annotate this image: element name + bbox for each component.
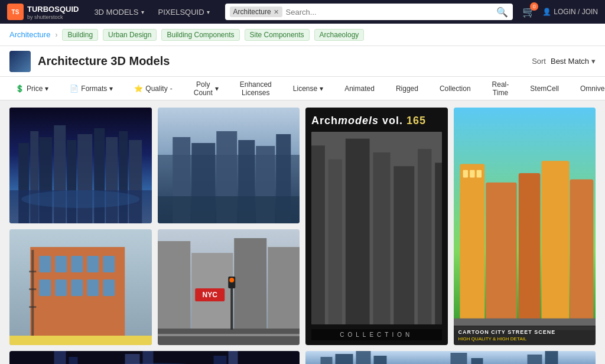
filter-bar: 💲 Price ▾ 📄 Formats ▾ ⭐ Quality - Poly C…: [0, 77, 605, 100]
breadcrumb-separator: ›: [55, 31, 57, 39]
svg-text:NYC: NYC: [202, 291, 217, 299]
filter-rigged[interactable]: Rigged: [390, 82, 424, 95]
svg-rect-46: [87, 256, 99, 272]
svg-rect-44: [55, 256, 67, 272]
filter-license[interactable]: License ▾: [287, 82, 329, 95]
svg-rect-80: [336, 354, 353, 364]
svg-rect-72: [54, 351, 66, 364]
polycount-chevron-icon: ▾: [215, 84, 219, 93]
page-header: Architecture 3D Models Sort Best Match ▾: [0, 46, 605, 77]
chevron-down-icon: ▾: [141, 9, 144, 15]
search-input[interactable]: [286, 8, 493, 17]
svg-rect-79: [321, 357, 333, 364]
svg-rect-66: [158, 334, 300, 336]
top-navigation: TS TURBOSQUID by shutterstock 3D MODELS …: [0, 0, 605, 24]
svg-rect-32: [463, 170, 467, 178]
svg-rect-31: [460, 164, 484, 345]
cartoon-city-quality: HIGH QUALITY & HIGH DETAIL: [458, 336, 591, 342]
filter-real-time[interactable]: Real-Time: [486, 78, 515, 99]
svg-rect-50: [71, 280, 83, 296]
svg-rect-28: [418, 149, 431, 324]
svg-rect-73: [69, 357, 78, 364]
filter-price[interactable]: 💲 Price ▾: [9, 82, 54, 95]
svg-rect-23: [311, 145, 325, 324]
search-tag[interactable]: Architecture ✕: [230, 6, 282, 17]
nav-3d-models[interactable]: 3D MODELS ▾: [88, 5, 149, 19]
svg-rect-25: [346, 139, 370, 324]
model-card-downtown-city[interactable]: [158, 108, 300, 223]
logo[interactable]: TS TURBOSQUID by shutterstock: [7, 4, 79, 20]
quality-chevron-icon: -: [170, 84, 173, 93]
model-card-manhattan-partial[interactable]: [305, 351, 596, 364]
formats-chevron-icon: ▾: [109, 84, 113, 93]
logo-text-group: TURBOSQUID by shutterstock: [27, 4, 79, 20]
svg-rect-53: [9, 336, 152, 345]
filter-omniverse[interactable]: Omniverse: [574, 82, 605, 95]
svg-point-69: [229, 278, 234, 282]
filter-formats[interactable]: 📄 Formats ▾: [64, 82, 119, 95]
breadcrumb-tag-site-components[interactable]: Site Components: [245, 29, 310, 41]
logo-sub: by shutterstock: [27, 14, 79, 20]
model-card-futuristic-city[interactable]: [9, 108, 152, 223]
svg-rect-70: [9, 351, 300, 364]
filter-quality[interactable]: ⭐ Quality -: [128, 82, 178, 95]
model-grid-row3: [9, 351, 596, 364]
filter-poly-count[interactable]: Poly Count ▾: [188, 78, 225, 99]
svg-rect-26: [373, 152, 390, 324]
breadcrumb-tag-archaeology[interactable]: Archaeology: [314, 29, 365, 41]
nav-right: 🛒 0 👤 LOGIN / JOIN: [522, 5, 598, 18]
model-card-cartoon-city[interactable]: CARTOON CITY STREET SCENE HIGH QUALITY &…: [454, 108, 596, 345]
chevron-down-icon: ▾: [207, 9, 210, 15]
filter-animated[interactable]: Animated: [339, 82, 380, 95]
cart-button[interactable]: 🛒 0: [522, 5, 535, 18]
archmodels-title: Archmodels vol. 165: [311, 115, 442, 127]
filter-enhanced-licenses[interactable]: Enhanced Licenses: [234, 78, 278, 99]
svg-rect-47: [103, 256, 115, 272]
formats-icon: 📄: [70, 84, 79, 93]
model-card-brick-building[interactable]: [9, 229, 152, 345]
svg-rect-74: [125, 354, 140, 364]
search-button[interactable]: 🔍: [496, 6, 508, 18]
model-card-archmodels-collection[interactable]: Archmodels vol. 165 COLLECTION: [305, 108, 448, 345]
svg-rect-27: [393, 166, 414, 324]
model-card-spiral-city-partial[interactable]: [9, 351, 300, 364]
svg-rect-84: [471, 358, 483, 364]
breadcrumb-bar: Architecture › Building Urban Design Bui…: [0, 24, 605, 46]
price-icon: 💲: [15, 84, 24, 93]
remove-tag-icon[interactable]: ✕: [274, 8, 279, 16]
breadcrumb-home[interactable]: Architecture: [9, 30, 50, 39]
filter-stemcell[interactable]: StemCell: [524, 82, 565, 95]
breadcrumb-tag-urban[interactable]: Urban Design: [103, 29, 157, 41]
price-chevron-icon: ▾: [45, 84, 48, 93]
svg-rect-75: [143, 351, 154, 364]
page-title: Architecture 3D Models: [38, 54, 532, 68]
license-chevron-icon: ▾: [320, 84, 323, 93]
logo-name: TURBOSQUID: [27, 5, 79, 14]
svg-rect-45: [71, 256, 83, 272]
sort-control[interactable]: Sort Best Match ▾: [532, 57, 596, 66]
page-icon: [9, 51, 31, 72]
svg-rect-65: [158, 329, 300, 345]
logo-icon: TS: [7, 4, 24, 20]
svg-rect-56: [29, 288, 36, 290]
breadcrumb-tag-building-components[interactable]: Building Components: [161, 29, 239, 41]
svg-rect-77: [229, 351, 238, 364]
sort-chevron-icon[interactable]: ▾: [591, 57, 596, 66]
content-area: Archmodels vol. 165 COLLECTION: [0, 100, 605, 364]
nav-links: 3D MODELS ▾ PIXELSQUID ▾: [88, 5, 215, 19]
filter-collection[interactable]: Collection: [434, 82, 477, 95]
sort-value[interactable]: Best Match: [551, 57, 589, 66]
model-card-nyc-street[interactable]: NYC: [158, 229, 300, 345]
cart-badge: 0: [530, 2, 538, 11]
svg-rect-55: [29, 271, 36, 272]
svg-rect-21: [158, 196, 300, 223]
login-button[interactable]: 👤 LOGIN / JOIN: [542, 8, 598, 16]
breadcrumb-tag-building[interactable]: Building: [62, 29, 98, 41]
search-bar: Architecture ✕ 🔍: [225, 4, 513, 20]
svg-rect-34: [476, 170, 481, 178]
svg-rect-85: [528, 355, 542, 364]
svg-rect-49: [55, 280, 67, 296]
svg-rect-48: [39, 280, 51, 296]
nav-pixelsquid[interactable]: PIXELSQUID ▾: [152, 5, 216, 19]
archmodels-collection-label: COLLECTION: [311, 329, 442, 340]
